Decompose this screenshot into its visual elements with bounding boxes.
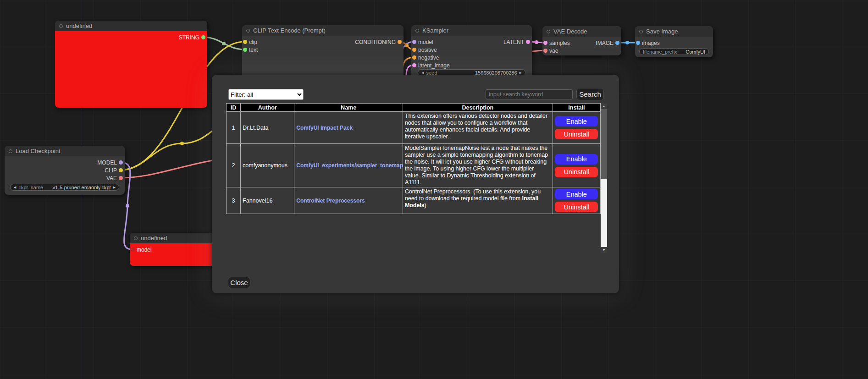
input-slot-positive: positive — [411, 46, 437, 54]
cell-author: comfyanonymous — [241, 144, 294, 187]
slot-label: vae — [549, 48, 558, 54]
node-body: STRING — [55, 31, 207, 108]
close-button[interactable]: Close — [228, 277, 250, 288]
decrement-icon[interactable]: ◀ — [421, 71, 424, 74]
increment-icon[interactable]: ▶ — [520, 71, 522, 74]
input-pin-latent-image[interactable] — [412, 63, 416, 67]
link-dot — [126, 204, 129, 208]
input-pin-text[interactable] — [243, 48, 247, 52]
output-pin-latent[interactable] — [526, 40, 530, 44]
extension-link[interactable]: ControlNet Preprocessors — [296, 198, 365, 204]
ckpt-name-widget[interactable]: ◀ ckpt_name v1-5-pruned-emaonly.ckpt ▶ — [10, 184, 119, 191]
uninstall-button[interactable]: Uninstall — [555, 202, 598, 212]
collapse-dot-icon[interactable] — [134, 236, 138, 240]
input-slot-text: text — [242, 46, 258, 54]
output-slot-latent: LATENT — [503, 38, 532, 46]
node-title-bar[interactable]: VAE Decode — [542, 26, 621, 37]
node-title-bar[interactable]: KSampler — [411, 25, 532, 36]
node-save-image[interactable]: Save Image images filename_prefix ComfyU… — [635, 26, 713, 57]
node-body: images filename_prefix ComfyUI — [635, 37, 713, 55]
slot-label: model — [418, 39, 433, 45]
output-slot-vae: VAE — [106, 174, 125, 182]
slot-label: text — [249, 47, 258, 53]
search-button[interactable]: Search — [576, 88, 604, 100]
cell-author: Dr.Lt.Data — [241, 112, 294, 144]
filter-select[interactable]: Filter: all — [228, 89, 304, 100]
widget-label: ckpt_name — [18, 185, 43, 190]
uninstall-button[interactable]: Uninstall — [555, 129, 598, 139]
slot-label: samples — [549, 40, 570, 46]
scroll-up-icon: ▲ — [603, 104, 606, 108]
collapse-dot-icon[interactable] — [59, 24, 63, 28]
collapse-dot-icon[interactable] — [9, 149, 12, 153]
slot-label: latent_image — [418, 62, 450, 69]
input-pin-images[interactable] — [636, 41, 640, 45]
header-install: Install — [553, 104, 600, 112]
uninstall-button[interactable]: Uninstall — [555, 167, 598, 177]
output-pin-clip[interactable] — [119, 168, 123, 172]
slot-label: model — [137, 247, 152, 253]
collapse-dot-icon[interactable] — [547, 30, 550, 33]
scroll-thumb[interactable] — [601, 109, 607, 179]
enable-button[interactable]: Enable — [555, 116, 598, 126]
node-title: undefined — [66, 22, 92, 29]
node-load-checkpoint[interactable]: Load Checkpoint MODEL CLIP VAE — [5, 146, 125, 195]
node-title-bar[interactable]: Save Image — [635, 26, 713, 37]
cell-id: 1 — [227, 112, 241, 144]
enable-button[interactable]: Enable — [555, 154, 598, 165]
search-input[interactable] — [486, 89, 573, 99]
table-header-row: ID Author Name Description Install — [227, 104, 601, 112]
enable-button[interactable]: Enable — [555, 189, 598, 199]
next-icon[interactable]: ▶ — [113, 186, 116, 189]
output-slot-clip: CLIP — [105, 166, 125, 174]
table-scrollbar[interactable]: ▲ ▼ — [601, 103, 607, 253]
extensions-table: ID Author Name Description Install 1 Dr.… — [226, 103, 601, 214]
node-title-bar[interactable]: undefined — [55, 21, 207, 31]
previous-icon[interactable]: ◀ — [14, 186, 16, 189]
widget-label: filename_prefix — [643, 49, 677, 55]
input-slot-model: model — [130, 246, 152, 253]
extension-link[interactable]: ComfyUI Impact Pack — [296, 125, 353, 131]
input-pin-model[interactable] — [412, 40, 416, 44]
link-dot — [180, 142, 184, 145]
filename-prefix-widget[interactable]: filename_prefix ComfyUI — [639, 48, 709, 55]
node-title: undefined — [141, 235, 167, 242]
node-title: KSampler — [422, 27, 448, 34]
input-pin-vae[interactable] — [543, 49, 547, 53]
output-slot-string: STRING — [179, 33, 207, 41]
cell-author: Fannovel16 — [241, 187, 294, 214]
custom-nodes-manager-dialog: Filter: all Search ID Author Name Descri… — [212, 75, 619, 293]
collapse-dot-icon[interactable] — [639, 30, 643, 33]
cell-id: 3 — [227, 187, 241, 214]
node-title-bar[interactable]: CLIP Text Encode (Prompt) — [242, 25, 404, 36]
link-dot — [625, 41, 629, 44]
scroll-down-button[interactable]: ▼ — [601, 247, 607, 253]
input-pin-clip[interactable] — [243, 40, 247, 44]
header-author: Author — [241, 104, 294, 112]
collapse-dot-icon[interactable] — [246, 29, 250, 33]
output-slot-conditioning: CONDITIONING — [355, 38, 404, 46]
node-body: MODEL CLIP VAE ◀ ckpt_name v1-5-prun — [5, 156, 125, 191]
slot-label: images — [642, 40, 660, 46]
input-pin-positive[interactable] — [412, 48, 416, 52]
extension-link[interactable]: ComfyUI_experiments/sampler_tonemap — [296, 162, 403, 169]
table-row: 1 Dr.Lt.Data ComfyUI Impact Pack This ex… — [227, 112, 601, 144]
header-id: ID — [227, 104, 241, 112]
header-name: Name — [294, 104, 403, 112]
slot-label: MODEL — [97, 159, 117, 166]
output-pin-string[interactable] — [201, 35, 205, 39]
cell-install: Enable Uninstall — [553, 112, 600, 144]
output-pin-model[interactable] — [119, 160, 123, 165]
output-pin-vae[interactable] — [119, 176, 123, 180]
input-slot-clip: clip — [242, 38, 257, 46]
input-pin-samples[interactable] — [543, 41, 547, 45]
node-title-bar[interactable]: Load Checkpoint — [5, 146, 125, 156]
input-pin-model[interactable] — [131, 247, 135, 252]
output-pin-image[interactable] — [615, 41, 619, 45]
scroll-up-button[interactable]: ▲ — [601, 103, 607, 109]
collapse-dot-icon[interactable] — [415, 29, 419, 33]
node-undefined-top[interactable]: undefined STRING — [55, 21, 207, 108]
input-pin-negative[interactable] — [412, 55, 416, 60]
node-vae-decode[interactable]: VAE Decode samples IMAGE vae — [542, 26, 621, 55]
output-pin-conditioning[interactable] — [398, 40, 402, 44]
